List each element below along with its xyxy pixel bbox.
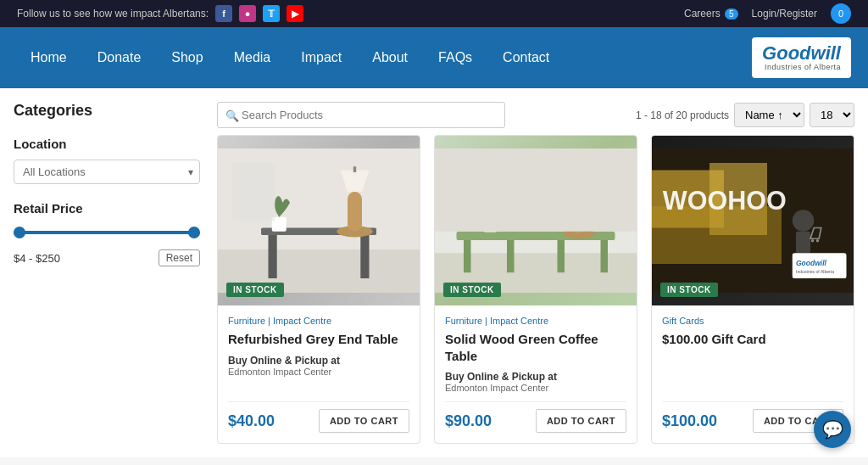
- product-pickup-label-2: Buy Online & Pickup at: [445, 371, 626, 383]
- svg-point-34: [816, 239, 819, 242]
- youtube-icon[interactable]: ▶: [287, 5, 303, 22]
- nav-contact[interactable]: Contact: [489, 43, 563, 72]
- facebook-icon[interactable]: f: [215, 5, 232, 22]
- price-section-title: Retail Price: [14, 201, 200, 216]
- product-price-1: $40.00: [228, 412, 275, 430]
- search-icon: 🔍: [225, 109, 239, 121]
- product-image-wrap-2: IN STOCK: [435, 136, 637, 305]
- product-image-wrap: IN STOCK: [218, 136, 420, 305]
- nav-faqs[interactable]: FAQs: [425, 43, 486, 72]
- social-icons: f ● 𝕋 ▶: [215, 5, 303, 22]
- twitter-icon[interactable]: 𝕋: [263, 5, 280, 22]
- price-track: [14, 231, 200, 234]
- products-header: 🔍 1 - 18 of 20 products Name ↑ Name ↓ Pr…: [217, 102, 854, 128]
- nav-impact[interactable]: Impact: [287, 43, 355, 72]
- logo-goodwill: Goodwill: [762, 44, 841, 63]
- svg-point-31: [793, 210, 815, 232]
- product-grid: IN STOCK Furniture | Impact Centre Refur…: [217, 135, 854, 444]
- product-price-2: $90.00: [445, 412, 492, 430]
- main-content: Categories Location All Locations ▾ Reta…: [0, 88, 868, 457]
- careers-link[interactable]: Careers 5: [684, 8, 738, 20]
- price-range-text: $4 - $250: [14, 252, 60, 265]
- svg-text:Goodwill: Goodwill: [796, 259, 827, 267]
- svg-rect-8: [353, 166, 356, 172]
- categories-title: Categories: [14, 102, 200, 120]
- search-input[interactable]: [217, 102, 505, 128]
- svg-rect-4: [360, 235, 369, 278]
- svg-rect-16: [507, 240, 515, 272]
- product-image-grey-table: [218, 136, 420, 305]
- login-link[interactable]: Login/Register: [752, 8, 817, 20]
- price-filter: Retail Price $4 - $250 Reset: [14, 201, 200, 266]
- product-card: IN STOCK Furniture | Impact Centre Refur…: [217, 135, 420, 444]
- nav-donate[interactable]: Donate: [84, 43, 155, 72]
- sort-row: 1 - 18 of 20 products Name ↑ Name ↓ Pric…: [636, 103, 854, 127]
- instagram-icon[interactable]: ●: [239, 5, 256, 22]
- nav-about[interactable]: About: [359, 43, 421, 72]
- chat-bubble[interactable]: 💬: [814, 411, 851, 448]
- cart-icon[interactable]: 0: [831, 3, 851, 24]
- product-category-2: Furniture | Impact Centre: [445, 316, 626, 326]
- logo-sub: Industries of Alberta: [765, 63, 841, 71]
- sort-select[interactable]: Name ↑ Name ↓ Price ↑ Price ↓: [734, 103, 804, 127]
- careers-badge: 5: [725, 8, 738, 20]
- location-filter: All Locations ▾: [14, 160, 200, 184]
- product-card: IN STOCK Furniture | Impact Centre Solid…: [434, 135, 637, 444]
- price-thumb-right[interactable]: [188, 227, 200, 238]
- add-to-cart-button-2[interactable]: ADD TO CART: [536, 409, 626, 433]
- product-name-2: Solid Wood Green Coffee Table: [445, 331, 626, 364]
- nav-shop[interactable]: Shop: [158, 43, 216, 72]
- follow-text: Follow us to see how we impact Albertans…: [17, 8, 209, 20]
- svg-rect-6: [348, 192, 362, 232]
- price-range-row: $4 - $250 Reset: [14, 249, 200, 266]
- location-section-title: Location: [14, 137, 200, 151]
- product-pickup-location-1: Edmonton Impact Center: [228, 367, 409, 377]
- svg-rect-14: [464, 240, 471, 272]
- product-footer-2: $90.00 ADD TO CART: [445, 401, 626, 433]
- svg-rect-17: [558, 240, 565, 272]
- sidebar: Categories Location All Locations ▾ Reta…: [14, 102, 200, 444]
- nav-links: Home Donate Shop Media Impact About FAQs…: [17, 43, 563, 72]
- reset-price-button[interactable]: Reset: [159, 249, 200, 266]
- per-page-select[interactable]: 18 36 72: [810, 103, 854, 127]
- nav-media[interactable]: Media: [220, 43, 285, 72]
- in-stock-badge-1: IN STOCK: [226, 283, 284, 297]
- search-wrap: 🔍: [217, 102, 505, 128]
- product-category-1: Furniture | Impact Centre: [228, 316, 409, 326]
- price-slider[interactable]: [14, 224, 200, 241]
- top-bar: Follow us to see how we impact Albertans…: [0, 0, 868, 27]
- svg-text:WOOHOO: WOOHOO: [663, 186, 787, 215]
- price-thumb-left[interactable]: [14, 227, 25, 238]
- svg-rect-23: [435, 148, 637, 232]
- main-nav: Home Donate Shop Media Impact About FAQs…: [0, 27, 868, 88]
- svg-point-33: [811, 239, 814, 242]
- product-footer-1: $40.00 ADD TO CART: [228, 401, 409, 433]
- nav-home[interactable]: Home: [17, 43, 81, 72]
- svg-rect-3: [269, 235, 277, 278]
- product-body: Furniture | Impact Centre Refurbished Gr…: [218, 305, 420, 443]
- svg-rect-10: [232, 163, 275, 221]
- product-name-3: $100.00 Gift Card: [662, 331, 843, 348]
- product-body-2: Furniture | Impact Centre Solid Wood Gre…: [435, 305, 637, 443]
- product-pickup-location-2: Edmonton Impact Center: [445, 383, 626, 393]
- chat-icon: 💬: [822, 419, 843, 440]
- product-category-3: Gift Cards: [662, 316, 843, 326]
- product-card-3: WOOHOO Goodwill Industries of Alberta: [651, 135, 854, 444]
- svg-rect-15: [601, 240, 609, 272]
- products-count: 1 - 18 of 20 products: [636, 109, 729, 121]
- product-image-gift-card: WOOHOO Goodwill Industries of Alberta: [652, 136, 854, 305]
- nav-logo: Goodwill Industries of Alberta: [752, 37, 851, 78]
- product-image-green-table: [435, 136, 637, 305]
- top-bar-right: Careers 5 Login/Register 0: [684, 3, 851, 24]
- in-stock-badge-3: IN STOCK: [660, 283, 718, 297]
- product-image-wrap-3: WOOHOO Goodwill Industries of Alberta: [652, 136, 854, 305]
- svg-text:Industries of Alberta: Industries of Alberta: [796, 269, 834, 274]
- product-price-3: $100.00: [662, 412, 717, 430]
- location-select[interactable]: All Locations: [14, 160, 200, 184]
- product-pickup-label-1: Buy Online & Pickup at: [228, 355, 409, 367]
- top-bar-left: Follow us to see how we impact Albertans…: [17, 5, 303, 22]
- products-area: 🔍 1 - 18 of 20 products Name ↑ Name ↓ Pr…: [217, 102, 854, 444]
- add-to-cart-button-1[interactable]: ADD TO CART: [319, 409, 409, 433]
- in-stock-badge-2: IN STOCK: [443, 283, 501, 297]
- product-name-1: Refurbished Grey End Table: [228, 331, 409, 348]
